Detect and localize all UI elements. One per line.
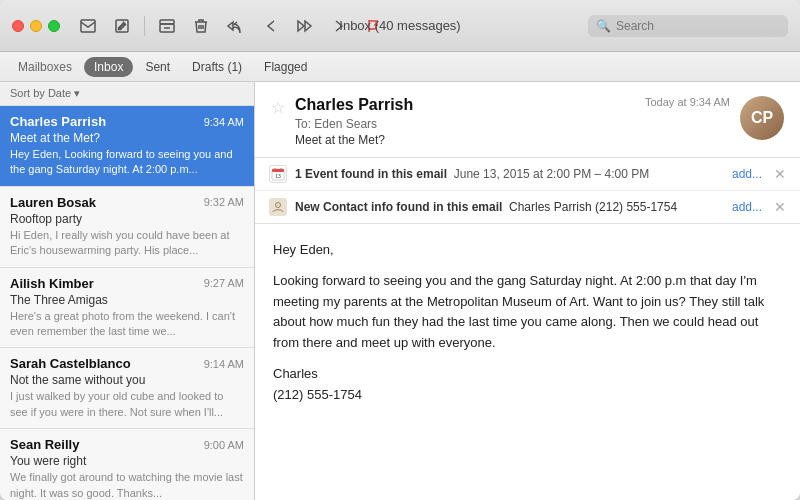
calendar-add-button[interactable]: add... [732, 167, 762, 181]
contact-icon [269, 198, 287, 216]
email-signature: Charles (212) 555-1754 [273, 364, 782, 406]
email-list: Sort by Date ▾ Charles Parrish 9:34 AM M… [0, 82, 255, 500]
email-detail-meta: Charles Parrish To: Eden Sears Meet at t… [295, 96, 635, 147]
email-list-item[interactable]: Charles Parrish 9:34 AM Meet at the Met?… [0, 106, 254, 187]
email-list-item[interactable]: Ailish Kimber 9:27 AM The Three Amigas H… [0, 268, 254, 349]
svg-rect-5 [272, 169, 284, 172]
maximize-button[interactable] [48, 20, 60, 32]
contact-add-button[interactable]: add... [732, 200, 762, 214]
search-bar: 🔍 [588, 15, 788, 37]
email-detail-header: ☆ Charles Parrish To: Eden Sears Meet at… [255, 82, 800, 158]
tab-mailboxes[interactable]: Mailboxes [8, 57, 82, 77]
search-input[interactable] [616, 19, 780, 33]
back-button[interactable] [255, 12, 287, 40]
email-detail-pane: ☆ Charles Parrish To: Eden Sears Meet at… [255, 82, 800, 500]
email-body: Hey Eden, Looking forward to seeing you … [255, 224, 800, 500]
archive-button[interactable] [151, 12, 183, 40]
star-icon[interactable]: ☆ [271, 98, 285, 117]
contact-banner: New Contact info found in this email Cha… [255, 191, 800, 223]
svg-text:13: 13 [275, 173, 281, 179]
new-message-button[interactable] [72, 12, 104, 40]
close-button[interactable] [12, 20, 24, 32]
email-paragraph-1: Looking forward to seeing you and the ga… [273, 271, 782, 354]
traffic-lights [12, 20, 60, 32]
window-title: Inbox (40 messages) [339, 18, 460, 33]
avatar: CP [740, 96, 784, 140]
search-icon: 🔍 [596, 19, 611, 33]
tab-inbox[interactable]: Inbox [84, 57, 133, 77]
calendar-icon: 13 [269, 165, 287, 183]
forward-all-button[interactable] [289, 12, 321, 40]
svg-rect-0 [81, 20, 95, 32]
reply-all-button[interactable] [219, 12, 251, 40]
email-list-item[interactable]: Sarah Castelblanco 9:14 AM Not the same … [0, 348, 254, 429]
title-bar: Inbox (40 messages) 🔍 [0, 0, 800, 52]
event-date: June 13, 2015 at 2:00 PM – 4:00 PM [454, 167, 649, 181]
smart-banners: 13 1 Event found in this email June 13, … [255, 158, 800, 224]
email-detail-from: Charles Parrish [295, 96, 635, 114]
contact-banner-text: New Contact info found in this email Cha… [295, 200, 724, 214]
tab-sent[interactable]: Sent [135, 57, 180, 77]
email-detail-to: To: Eden Sears [295, 117, 635, 131]
email-detail-subject: Meet at the Met? [295, 133, 635, 147]
contact-close-icon[interactable]: ✕ [774, 199, 786, 215]
email-list-item[interactable]: Lauren Bosak 9:32 AM Rooftop party Hi Ed… [0, 187, 254, 268]
email-list-item[interactable]: Sean Reilly 9:00 AM You were right We fi… [0, 429, 254, 500]
sort-bar[interactable]: Sort by Date ▾ [0, 82, 254, 106]
calendar-banner-text: 1 Event found in this email June 13, 201… [295, 167, 724, 181]
tab-flagged[interactable]: Flagged [254, 57, 317, 77]
tab-bar: Mailboxes Inbox Sent Drafts (1) Flagged [0, 52, 800, 82]
compose-button[interactable] [106, 12, 138, 40]
email-detail-time: Today at 9:34 AM [645, 96, 730, 108]
tab-drafts[interactable]: Drafts (1) [182, 57, 252, 77]
trash-button[interactable] [185, 12, 217, 40]
calendar-close-icon[interactable]: ✕ [774, 166, 786, 182]
calendar-banner: 13 1 Event found in this email June 13, … [255, 158, 800, 191]
email-greeting: Hey Eden, [273, 240, 782, 261]
minimize-button[interactable] [30, 20, 42, 32]
